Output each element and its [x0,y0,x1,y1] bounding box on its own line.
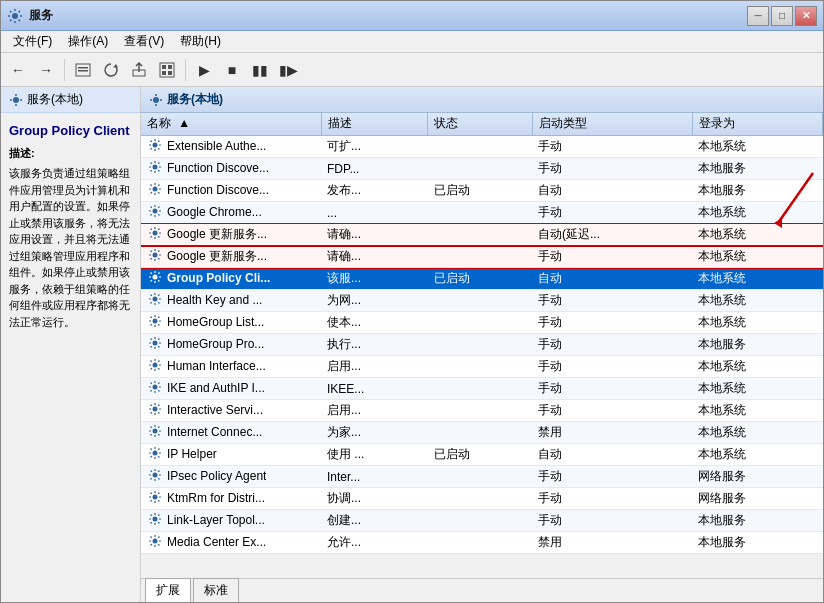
service-name: IP Helper [167,447,217,461]
service-table[interactable]: 名称 ▲ 描述 状态 启动类型 登录为 [141,113,823,578]
service-name: Group Policy Cli... [167,271,270,285]
close-button[interactable]: ✕ [795,6,817,26]
pause-button[interactable]: ▮▮ [247,57,273,83]
service-icon [147,467,163,486]
cell-logon: 本地服务 [692,532,822,554]
cell-status [428,224,532,246]
svg-rect-7 [162,65,166,69]
table-row[interactable]: Human Interface...启用...手动本地系统 [141,356,823,378]
refresh-button[interactable] [98,57,124,83]
table-row[interactable]: Function Discove...发布...已启动自动本地服务 [141,180,823,202]
cell-status [428,246,532,268]
cell-name: IP Helper [141,444,321,466]
table-row[interactable]: Health Key and ...为网...手动本地系统 [141,290,823,312]
service-icon [147,379,163,398]
table-row[interactable]: HomeGroup List...使本...手动本地系统 [141,312,823,334]
service-icon [147,335,163,354]
menu-file[interactable]: 文件(F) [5,31,60,52]
col-logon[interactable]: 登录为 [692,113,822,135]
col-startup[interactable]: 启动类型 [532,113,692,135]
col-name[interactable]: 名称 ▲ [141,113,321,135]
menu-help[interactable]: 帮助(H) [172,31,229,52]
stop-button[interactable]: ■ [219,57,245,83]
table-row[interactable]: Extensible Authe...可扩...手动本地系统 [141,135,823,158]
service-name: HomeGroup Pro... [167,337,264,351]
tab-expand[interactable]: 扩展 [145,578,191,602]
table-row[interactable]: Google 更新服务...请确...手动本地系统 [141,246,823,268]
service-name: IPsec Policy Agent [167,469,266,483]
minimize-button[interactable]: ─ [747,6,769,26]
cell-name: IPsec Policy Agent [141,466,321,488]
back-button[interactable]: ← [5,57,31,83]
start-button[interactable]: ▶ [191,57,217,83]
cell-name: Function Discove... [141,180,321,202]
bottom-tabs: 扩展 标准 [141,578,823,602]
menu-action[interactable]: 操作(A) [60,31,116,52]
svg-point-19 [153,230,158,235]
cell-desc: 允许... [321,532,428,554]
table-row[interactable]: Interactive Servi...启用...手动本地系统 [141,400,823,422]
cell-logon: 本地系统 [692,356,822,378]
cell-startup: 自动 [532,268,692,290]
menu-view[interactable]: 查看(V) [116,31,172,52]
service-name: Internet Connec... [167,425,262,439]
maximize-button[interactable]: □ [771,6,793,26]
svg-point-25 [153,362,158,367]
service-name: KtmRm for Distri... [167,491,265,505]
show-scope-button[interactable] [70,57,96,83]
cell-name: Group Policy Cli... [141,268,321,290]
right-inner: 服务(本地) 名称 [141,87,823,602]
menu-bar: 文件(F) 操作(A) 查看(V) 帮助(H) [1,31,823,53]
table-row[interactable]: IKE and AuthIP I...IKEE...手动本地系统 [141,378,823,400]
table-row[interactable]: IP Helper使用 ...已启动自动本地系统 [141,444,823,466]
svg-point-11 [13,97,19,103]
service-name: Google 更新服务... [167,226,267,243]
cell-status [428,400,532,422]
cell-logon: 本地系统 [692,400,822,422]
col-status[interactable]: 状态 [428,113,532,135]
cell-name: Google 更新服务... [141,246,321,268]
table-row[interactable]: KtmRm for Distri...协调...手动网络服务 [141,488,823,510]
table-row[interactable]: Internet Connec...为家...禁用本地系统 [141,422,823,444]
table-row[interactable]: IPsec Policy AgentInter...手动网络服务 [141,466,823,488]
toolbar-separator-2 [185,59,186,81]
table-row[interactable]: Function Discove...FDP...手动本地服务 [141,158,823,180]
left-nav-services[interactable]: 服务(本地) [1,87,140,113]
svg-point-33 [153,538,158,543]
service-icon [147,489,163,508]
svg-point-18 [153,208,158,213]
tab-standard[interactable]: 标准 [193,578,239,602]
table-row[interactable]: HomeGroup Pro...执行...手动本地服务 [141,334,823,356]
toolbar: ← → ▶ ■ ▮▮ ▮▶ [1,53,823,87]
table-row[interactable]: Google 更新服务...请确...自动(延迟...本地系统 [141,224,823,246]
svg-point-32 [153,516,158,521]
cell-desc: 请确... [321,246,428,268]
properties-button[interactable] [154,57,180,83]
service-name: Google Chrome... [167,205,262,219]
cell-name: Google Chrome... [141,202,321,224]
right-breadcrumb-icon [149,93,163,107]
export-button[interactable] [126,57,152,83]
cell-status [428,510,532,532]
cell-status [428,466,532,488]
svg-point-29 [153,450,158,455]
cell-desc: 协调... [321,488,428,510]
service-icon [147,137,163,156]
cell-desc: ... [321,202,428,224]
table-row[interactable]: Link-Layer Topol...创建...手动本地服务 [141,510,823,532]
table-row[interactable]: Group Policy Cli...该服...已启动自动本地系统 [141,268,823,290]
cell-logon: 本地服务 [692,334,822,356]
title-buttons: ─ □ ✕ [747,6,817,26]
col-desc[interactable]: 描述 [321,113,428,135]
cell-logon: 本地系统 [692,290,822,312]
table-row[interactable]: Media Center Ex...允许...禁用本地服务 [141,532,823,554]
cell-status: 已启动 [428,180,532,202]
service-name: HomeGroup List... [167,315,264,329]
svg-rect-10 [168,71,172,75]
restart-button[interactable]: ▮▶ [275,57,301,83]
table-row[interactable]: Google Chrome......手动本地系统 [141,202,823,224]
cell-name: KtmRm for Distri... [141,488,321,510]
service-icon [147,247,163,266]
cell-startup: 自动 [532,180,692,202]
forward-button[interactable]: → [33,57,59,83]
